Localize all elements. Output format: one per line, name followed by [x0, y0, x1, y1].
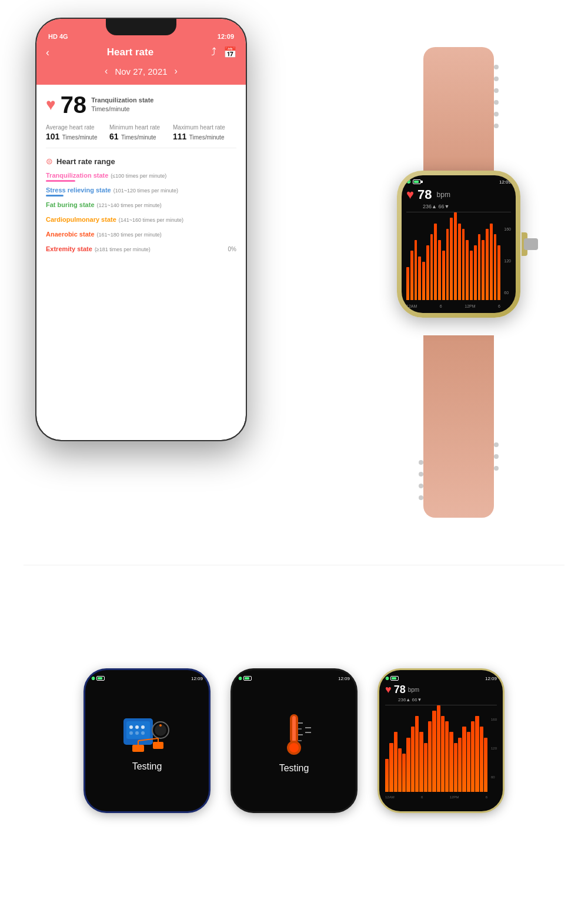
chart-bar	[432, 711, 436, 792]
watch-status-bar: ⚉ 12:09	[406, 179, 511, 185]
watch-bpm-value: 78	[417, 187, 432, 202]
svg-point-4	[141, 725, 145, 729]
chart-bar	[446, 229, 449, 300]
watch-heart-icon: ♥	[406, 187, 414, 202]
chart-bar	[441, 716, 445, 792]
watch-buckle	[524, 238, 538, 250]
chart-bar	[389, 743, 393, 792]
chart-bar	[424, 743, 427, 792]
stat-avg-unit: Times/minute	[62, 134, 98, 141]
watch-small-2: ⚉ 12:09	[232, 670, 356, 811]
watch-hole	[494, 124, 499, 128]
chart-bar	[454, 743, 457, 792]
chart-bar	[470, 251, 473, 300]
range-name-anaerobic: Anaerobic state	[46, 231, 95, 238]
watch-hole	[419, 472, 423, 477]
watch-holes-top	[494, 65, 499, 128]
watch-battery-icon	[413, 179, 421, 184]
page-title: Heart rate	[107, 46, 153, 58]
watch3-hr-range: 236▲ 66▼	[398, 697, 497, 702]
watch-display: ⚉ 12:09 ♥ 78 bpm 236▲ 66▼	[402, 175, 516, 313]
stat-avg-value: 101	[46, 132, 59, 141]
watch3-12pm: 12PM	[450, 795, 459, 799]
hr-main-stat: ♥ 78 Tranquilization state Times/minute	[46, 93, 236, 116]
watch-bpm-unit: bpm	[437, 191, 450, 199]
chart-bar	[486, 229, 489, 300]
watch-hr-main: ♥ 78 bpm	[406, 187, 511, 202]
range-icon: ⊜	[46, 156, 53, 166]
range-desc-cardio: (141~160 times per minute)	[119, 217, 183, 223]
watch-hole	[494, 454, 499, 459]
watch-small-1: ⚉ 12:09	[85, 670, 209, 811]
chart-bar	[438, 240, 441, 300]
range-bar-stress	[46, 195, 64, 196]
chart-bar	[385, 759, 389, 791]
range-item-fat: Fat buring state (121~140 times per minu…	[46, 201, 236, 211]
chart-bar	[419, 732, 423, 791]
watch3-6: 6	[421, 795, 423, 799]
chart-bar	[467, 732, 470, 791]
chart-bar	[415, 716, 419, 792]
watch-hole	[494, 76, 499, 81]
watch1-testing-label: Testing	[132, 761, 162, 772]
chart-label-60: 60	[504, 291, 511, 295]
range-desc-stress: (101~120 times per minute)	[113, 188, 178, 194]
chart-bar	[406, 267, 409, 300]
range-desc-anaerobic: (161~180 times per minute)	[97, 232, 162, 238]
next-date-button[interactable]: ›	[175, 66, 178, 76]
svg-point-19	[289, 743, 299, 752]
chart-bar	[482, 240, 485, 300]
watch-hr-range: 236▲ 66▼	[423, 204, 511, 209]
stat-max-value: 111	[173, 132, 186, 141]
watch-band-top	[423, 47, 494, 188]
watch-hole	[419, 484, 423, 488]
hr-range-header: ⊜ Heart rate range	[46, 156, 236, 166]
watch-hole	[494, 88, 499, 93]
phone-mockup: HD 4G 12:09 ‹ Heart rate ⤴ 📅 ‹ Nov 27, 2…	[35, 18, 247, 441]
watch1-testing-content: Testing	[91, 684, 203, 801]
watch3-hr-display: ♥ 78 bpm 236▲ 66▼ 160 120 60 12AM 6 1	[385, 684, 497, 800]
chart-bar	[462, 727, 466, 791]
current-date: Nov 27, 2021	[115, 66, 167, 76]
range-name-stress: Stress relieving state	[46, 186, 111, 194]
svg-point-2	[129, 725, 133, 729]
watch-bars	[406, 212, 500, 300]
chart-bar	[428, 721, 432, 791]
chart-bar	[406, 738, 410, 792]
svg-point-6	[135, 731, 139, 735]
watch3-label-160: 160	[491, 718, 497, 721]
calendar-icon[interactable]: 📅	[223, 46, 236, 59]
back-icon[interactable]: ‹	[46, 46, 49, 59]
watch-time: 12:09	[499, 179, 511, 185]
range-desc-fat: (121~140 times per minute)	[97, 202, 162, 208]
thermometer-icon	[273, 711, 315, 758]
range-name-cardio: Cardiopulmonary state	[46, 216, 116, 223]
chart-label-160: 160	[504, 227, 511, 231]
chart-bar	[475, 716, 479, 792]
svg-point-7	[141, 731, 145, 735]
chart-bar	[497, 245, 500, 300]
chart-bar	[458, 224, 461, 300]
share-icon[interactable]: ⤴	[211, 46, 216, 59]
watch-hole	[494, 65, 499, 69]
watch3-label-120: 120	[491, 747, 497, 750]
watch-holes-left	[419, 460, 423, 500]
chart-bar	[434, 224, 437, 300]
stat-min-unit: Times/minute	[121, 134, 156, 141]
chart-bar	[449, 732, 453, 791]
watch2-time: 12:09	[338, 676, 350, 681]
range-item-anaerobic: Anaerobic state (161~180 times per minut…	[46, 231, 236, 241]
time-12pm: 12PM	[465, 304, 475, 308]
prev-date-button[interactable]: ‹	[105, 66, 108, 76]
watch-hole	[419, 460, 423, 465]
watch3-bpm: 78	[394, 684, 406, 696]
range-item-stress: Stress relieving state (101~120 times pe…	[46, 186, 236, 196]
chart-bar	[454, 212, 457, 300]
watch-holes-right	[494, 442, 499, 471]
chart-bar	[494, 234, 497, 300]
stat-avg-label: Average heart rate	[46, 124, 109, 131]
watch-small-3-status: ⚉ 12:09	[385, 676, 497, 681]
phone-header: ‹ Heart rate ⤴ 📅	[36, 42, 246, 66]
phone-status-right: 12:09	[218, 33, 234, 40]
time-6: 6	[440, 304, 442, 308]
